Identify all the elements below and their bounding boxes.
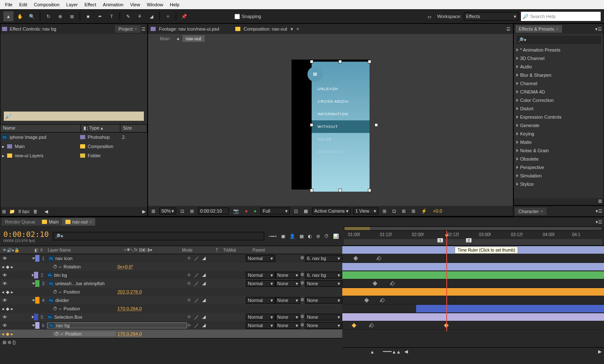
toggle-switches-icon[interactable]: ⊞ ⊚ {}: [3, 340, 16, 345]
selection-tool[interactable]: ▲: [3, 11, 13, 21]
project-tab[interactable]: Project ×: [115, 25, 141, 33]
roi-icon[interactable]: ⊡: [292, 208, 299, 214]
roto-tool[interactable]: ✧: [163, 11, 173, 21]
time-ruler[interactable]: 01:00f 01:12f 02:00f 02:12f 03:00f 03:12…: [342, 226, 604, 246]
preview-time[interactable]: 0:00:02:10: [198, 208, 229, 214]
pan-behind-tool[interactable]: ⊞: [67, 11, 77, 21]
composition-viewer[interactable]: III UNLEASH CROSS-MEDIA INFORMATION WITH…: [148, 43, 513, 206]
close-icon[interactable]: ×: [556, 26, 558, 31]
layer-row[interactable]: 👁 5 PsSelection Box ⊹／◢ Normal▾ None▾ ⊚N…: [0, 313, 342, 321]
menu-help[interactable]: Help: [167, 2, 183, 7]
effect-category[interactable]: Matte: [514, 138, 604, 146]
help-search[interactable]: 🔎 Search Help: [521, 12, 601, 21]
layer-property[interactable]: ◂◆▸ ⏱⌐Position 202.0,278.0: [0, 288, 342, 296]
panel-menu-icon[interactable]: ▾☰: [595, 26, 602, 32]
exposure-value[interactable]: +0.0: [431, 208, 444, 213]
grid-icon[interactable]: ⊞: [188, 208, 195, 214]
menu-window[interactable]: Window: [143, 2, 167, 7]
draft3d-icon[interactable]: ▣: [281, 234, 285, 239]
transparency-icon[interactable]: ▦: [302, 208, 310, 214]
effect-category[interactable]: Stylize: [514, 180, 604, 188]
effect-category[interactable]: Perspective: [514, 163, 604, 172]
work-area-start[interactable]: 1: [437, 238, 443, 242]
current-time[interactable]: 0:00:02:10: [3, 230, 49, 239]
flowchart-icon[interactable]: ⊞: [410, 208, 417, 214]
transform-handle[interactable]: [310, 60, 313, 63]
frame-blend-icon[interactable]: ▦: [299, 234, 304, 239]
project-item[interactable]: Ps iphone Image.psd Photoshop 2.: [0, 133, 147, 142]
timeline-tracks[interactable]: I I I I: [342, 246, 604, 347]
panel-menu-icon[interactable]: ▾☰: [596, 219, 602, 225]
reset-exposure-icon[interactable]: ⚡: [419, 208, 429, 214]
scroll-left[interactable]: ◀: [404, 349, 408, 354]
zoom-slider[interactable]: ━━━: [383, 349, 392, 354]
eraser-tool[interactable]: ◢: [146, 11, 156, 21]
navout-comp-tab[interactable]: nav-out ×: [62, 218, 95, 226]
layer-row[interactable]: 👁 2 Psbtn bg ⊹／◢ Normal▾ None▾ ⊚6. nav b…: [0, 271, 342, 279]
render-queue-tab[interactable]: Render Queue: [2, 218, 39, 226]
resolution-dropdown[interactable]: Full▾: [260, 208, 290, 214]
menu-view[interactable]: View: [127, 2, 143, 7]
timeline-icon[interactable]: ⊞: [400, 208, 407, 214]
effect-category[interactable]: Simulation: [514, 172, 604, 180]
scroll-left[interactable]: ◀: [44, 209, 48, 214]
scroll-right[interactable]: ▶: [142, 209, 146, 214]
menu-effect[interactable]: Effect: [81, 2, 99, 7]
menu-edit[interactable]: Edit: [16, 2, 31, 7]
type-tool[interactable]: T: [107, 11, 117, 21]
motion-blur-icon[interactable]: ◐: [308, 234, 312, 239]
rectangle-tool[interactable]: ■: [83, 11, 93, 21]
close-icon[interactable]: ×: [89, 219, 92, 224]
menu-composition[interactable]: Composition: [31, 2, 63, 7]
auto-keyframe-icon[interactable]: ⏱: [324, 234, 329, 239]
project-item[interactable]: ▸ Main Composition: [0, 142, 147, 151]
brush-tool[interactable]: ✎: [123, 11, 133, 21]
camera-dropdown[interactable]: Active Camera▾: [312, 208, 351, 214]
new-bin-icon[interactable]: ⊞: [514, 198, 604, 205]
layer-row[interactable]: 👁 4 Psdivider ⊹／◢ Normal▾ None▾ ⊚None▾: [0, 296, 342, 304]
puppet-tool[interactable]: 📌: [179, 11, 189, 21]
playhead[interactable]: [446, 231, 447, 331]
project-item[interactable]: ▸ new-ui Layers Folder: [0, 151, 147, 160]
camera-tool[interactable]: ⊕: [55, 11, 65, 21]
layer-row[interactable]: 👁 1 Psnav icon ⊹／◢ Normal▾ ⊚6. nav bg▾: [0, 254, 342, 263]
comp-mini-flow-icon[interactable]: ⊸⊷: [268, 234, 277, 239]
snapshot-icon[interactable]: 📷: [232, 208, 241, 214]
transform-handle[interactable]: [368, 189, 371, 192]
transform-handle[interactable]: [368, 60, 371, 63]
brainstorm-icon[interactable]: ⊚: [316, 234, 320, 239]
work-area-end[interactable]: 2: [466, 238, 471, 242]
hide-shy-icon[interactable]: 👤: [289, 234, 295, 239]
rotation-tool[interactable]: ↻: [43, 11, 53, 21]
effect-category[interactable]: Audio: [514, 62, 604, 71]
col-name[interactable]: Name: [0, 125, 81, 132]
menu-layer[interactable]: Layer: [63, 2, 81, 7]
graph-editor-icon[interactable]: 📊: [333, 234, 339, 239]
layer-property[interactable]: ◂◆▸ ⏱⌐Rotation 0x+0.0°: [0, 263, 342, 271]
transform-handle[interactable]: [338, 60, 342, 63]
res-icon[interactable]: ⊡: [179, 208, 186, 214]
fast-preview-icon[interactable]: ⊡: [391, 208, 398, 214]
effect-category[interactable]: Channel: [514, 79, 604, 88]
pixel-aspect-icon[interactable]: ⊞: [381, 208, 388, 214]
layer-row[interactable]: 👁 6 Psnav bg ⊹／◢ Normal▾ None▾ ⊚None▾: [0, 321, 342, 330]
effect-category[interactable]: Blur & Sharpen: [514, 71, 604, 79]
footage-tab[interactable]: Footage: nav icon/new-ui.psd: [159, 26, 219, 31]
zoom-dropdown[interactable]: 50%▾: [159, 208, 176, 214]
views-dropdown[interactable]: 1 View▾: [353, 208, 378, 214]
transform-handle[interactable]: [310, 123, 313, 127]
effect-category[interactable]: Noise & Grain: [514, 146, 604, 155]
menu-file[interactable]: File: [2, 2, 16, 7]
mag-icon[interactable]: ⊞: [150, 208, 157, 214]
transform-handle[interactable]: [375, 123, 378, 127]
close-icon[interactable]: ×: [135, 26, 137, 31]
bc-main[interactable]: Main: [156, 35, 173, 42]
effect-category[interactable]: Keying: [514, 130, 604, 138]
interpret-icon[interactable]: ⊞: [2, 209, 6, 214]
transform-handle[interactable]: [310, 189, 313, 192]
scroll-right[interactable]: ▶: [598, 349, 601, 354]
hand-tool[interactable]: ✋: [15, 11, 25, 21]
folder-icon[interactable]: 📁: [9, 209, 15, 214]
clone-tool[interactable]: ⚘: [135, 11, 145, 21]
effect-category[interactable]: Expression Controls: [514, 113, 604, 121]
